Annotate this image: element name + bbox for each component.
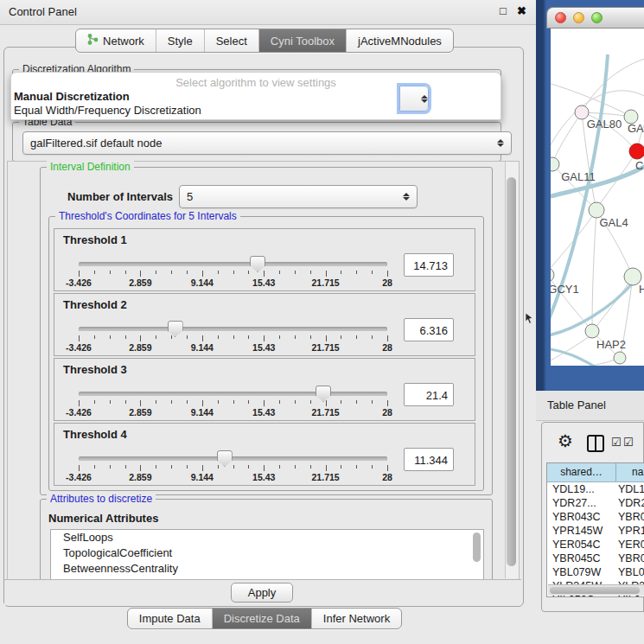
algorithm-item-manual[interactable]: Manual Discretization	[14, 90, 130, 103]
threshold-slider-track[interactable]	[79, 392, 387, 396]
numerical-attributes-label: Numerical Attributes	[48, 512, 158, 525]
tab-infer-network[interactable]: Infer Network	[311, 609, 401, 628]
column-header-shared-name[interactable]: shared…	[547, 463, 616, 481]
table-row[interactable]: YDR27...YDR2	[547, 496, 644, 510]
tab-style[interactable]: Style	[156, 29, 204, 52]
table-data-combo[interactable]: galFiltered.sif default node	[22, 131, 512, 155]
table-row[interactable]: YBR045CYBR0	[547, 552, 644, 565]
network-node-hap2[interactable]	[585, 324, 599, 338]
numerical-attributes-list[interactable]: SelfLoopsTopologicalCoefficientBetweenne…	[50, 529, 484, 581]
algorithm-item-equal-width[interactable]: Equal Width/Frequency Discretization	[14, 104, 201, 117]
slider-tick	[140, 335, 141, 341]
slider-tick-label: 2.859	[129, 407, 151, 418]
network-edge[interactable]	[592, 210, 596, 328]
network-edge[interactable]	[582, 58, 644, 112]
network-edge[interactable]	[551, 348, 603, 366]
network-edge[interactable]	[551, 82, 628, 115]
slider-tick	[140, 271, 141, 277]
threshold-label: Threshold 1	[63, 233, 127, 246]
top-tabs-group: NetworkStyleSelectCyni ToolboxjActiveMNo…	[75, 29, 454, 53]
slider-tick	[356, 400, 357, 404]
float-icon[interactable]: □	[500, 4, 507, 18]
network-node-c[interactable]	[629, 143, 644, 159]
columns-icon[interactable]	[587, 435, 604, 452]
slider-tick	[279, 335, 280, 339]
threshold-value-field[interactable]: 6.316	[404, 318, 454, 341]
threshold-slider-track[interactable]	[79, 327, 387, 331]
vertical-scrollbar-thumb[interactable]	[507, 177, 516, 566]
gear-icon[interactable]: ⚙	[558, 430, 573, 451]
algorithm-combo-arrows[interactable]	[399, 86, 429, 112]
network-node-gcy1[interactable]	[551, 268, 554, 282]
threshold-value-field[interactable]: 11.344	[404, 448, 454, 471]
slider-tick	[356, 465, 357, 469]
slider-tick	[218, 271, 219, 274]
attribute-list-item[interactable]: TopologicalCoefficient	[51, 545, 483, 561]
slider-tick	[295, 335, 296, 339]
tab-cyni-toolbox[interactable]: Cyni Toolbox	[258, 29, 346, 52]
threshold-value-field[interactable]: 21.4	[404, 383, 454, 406]
network-edge[interactable]	[552, 112, 582, 163]
apply-button[interactable]: Apply	[231, 583, 293, 603]
tab-impute-data[interactable]: Impute Data	[128, 609, 212, 628]
table-row[interactable]: YBR043CYBR0	[547, 510, 644, 524]
table-row[interactable]: YER054CYER0	[547, 538, 644, 552]
thresholds-group-title: Threshold's Coordinates for 5 Intervals	[55, 210, 240, 222]
network-node[interactable]	[614, 352, 626, 364]
node-label: C	[635, 159, 643, 172]
table-row[interactable]: YBL079WYBL0	[547, 565, 644, 579]
threshold-slider-thumb[interactable]	[168, 321, 183, 337]
node-table[interactable]: shared… na YDL19...YDL1YDR27...YDR2YBR04…	[546, 462, 644, 597]
slider-tick	[94, 271, 95, 274]
num-intervals-combo[interactable]: 5	[179, 185, 418, 208]
slider-tick	[125, 465, 126, 469]
node-label: H	[639, 283, 644, 296]
slider-tick	[171, 271, 172, 274]
slider-tick	[156, 335, 156, 339]
panel-title: Control Panel	[9, 5, 77, 18]
slider-tick	[125, 335, 126, 339]
tab-label: Select	[216, 35, 247, 48]
cell-name: YBR0	[615, 510, 644, 524]
slider-tick	[140, 400, 141, 406]
checkbox-icon[interactable]: ☑	[623, 436, 634, 449]
tab-select[interactable]: Select	[204, 29, 258, 52]
horizontal-scrollbar[interactable]	[548, 584, 644, 596]
threshold-label: Threshold 4	[63, 428, 127, 441]
cell-name: YDR2	[615, 496, 644, 510]
slider-tick	[310, 465, 311, 469]
attribute-list-item[interactable]: BetweennessCentrality	[51, 561, 483, 577]
threshold-slider-track[interactable]	[79, 262, 387, 266]
network-node-gal11[interactable]	[551, 157, 559, 171]
network-window-titlebar[interactable]	[546, 7, 644, 29]
slider-tick-label: 15.43	[252, 407, 275, 418]
slider-tick	[171, 335, 172, 339]
attribute-list-item[interactable]: SelfLoops	[51, 530, 483, 545]
cell-name: YER0	[615, 538, 644, 552]
top-tab-strip: NetworkStyleSelectCyni ToolboxjActiveMNo…	[0, 29, 529, 53]
checkbox-icon[interactable]: ☑	[611, 436, 622, 449]
tab-discretize-data[interactable]: Discretize Data	[212, 609, 311, 628]
threshold-slider-thumb[interactable]	[316, 386, 331, 402]
slider-tick	[341, 335, 341, 339]
threshold-value-field[interactable]: 14.713	[404, 253, 454, 277]
slider-tick	[295, 465, 296, 469]
close-icon[interactable]: ✖	[517, 4, 526, 18]
close-traffic-light-icon[interactable]	[555, 12, 566, 23]
column-header-name[interactable]: na	[616, 463, 644, 481]
network-canvas[interactable]: GAL80GACGAL11GAL4GCY1HHAP2	[551, 29, 644, 366]
table-row[interactable]: YPR145WYPR1	[547, 524, 644, 538]
slider-tick-label: 21.715	[312, 407, 340, 418]
threshold-slider-thumb[interactable]	[217, 450, 233, 467]
slider-tick	[202, 465, 203, 471]
horizontal-scrollbar-thumb[interactable]	[550, 587, 640, 594]
tab-network[interactable]: Network	[76, 29, 156, 52]
minimize-traffic-light-icon[interactable]	[573, 12, 584, 23]
interval-definition-title: Interval Definition	[47, 161, 134, 173]
zoom-traffic-light-icon[interactable]	[591, 12, 603, 23]
table-row[interactable]: YDL19...YDL1	[547, 482, 644, 496]
network-icon	[87, 33, 99, 48]
threshold-slider-track[interactable]	[79, 456, 387, 461]
tab-jactivemnodules[interactable]: jActiveMNodules	[346, 29, 453, 52]
list-scrollbar-thumb[interactable]	[473, 532, 481, 562]
